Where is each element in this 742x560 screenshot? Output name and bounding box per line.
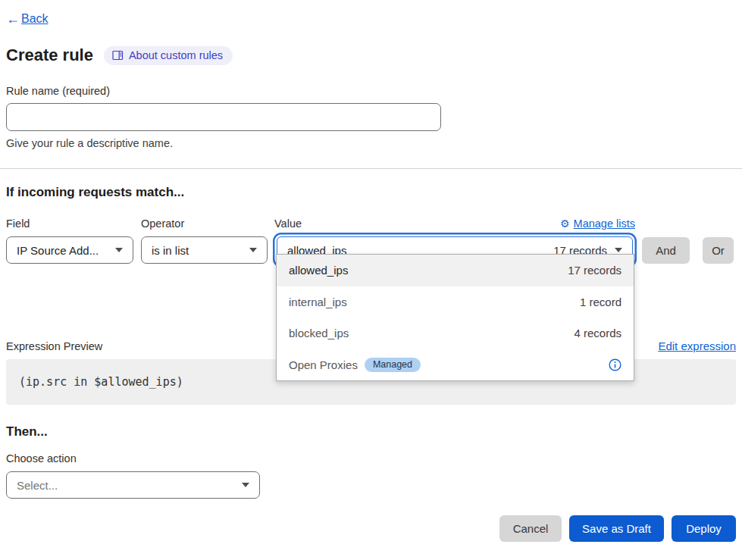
title-row: Create rule About custom rules <box>6 45 736 65</box>
list-option-name: internal_ips <box>289 296 347 308</box>
page-title: Create rule <box>6 45 93 65</box>
operator-select[interactable]: is in list <box>141 236 268 264</box>
then-section: Then... Choose action Select... <box>6 424 736 499</box>
back-label: Back <box>21 12 49 26</box>
list-dropdown-menu: allowed_ips 17 records internal_ips 1 re… <box>276 254 634 381</box>
list-option-records: 17 records <box>568 264 621 277</box>
choose-action-label: Choose action <box>6 452 736 465</box>
info-icon[interactable] <box>609 358 621 371</box>
edit-expression-link[interactable]: Edit expression <box>658 339 736 352</box>
expression-preview-label: Expression Preview <box>6 340 102 352</box>
rule-name-helper: Give your rule a descriptive name. <box>6 137 736 149</box>
operator-select-value: is in list <box>152 244 189 257</box>
value-label: Value <box>274 217 302 230</box>
match-row: Field IP Source Add... Operator is in li… <box>6 217 736 264</box>
value-column: Value ⚙ Manage lists allowed_ips 17 reco… <box>274 217 635 264</box>
or-button[interactable]: Or <box>703 237 734 264</box>
field-select-value: IP Source Add... <box>17 244 99 257</box>
deploy-button[interactable]: Deploy <box>672 515 736 542</box>
rule-name-section: Rule name (required) Give your rule a de… <box>6 85 736 149</box>
book-icon <box>112 50 124 61</box>
field-label: Field <box>6 217 133 230</box>
cancel-button[interactable]: Cancel <box>499 515 562 542</box>
action-select[interactable]: Select... <box>6 471 260 499</box>
back-arrow-icon: ← <box>6 12 20 26</box>
expression-code-text: (ip.src in $allowed_ips) <box>19 375 183 389</box>
list-option-records: 1 record <box>580 296 621 308</box>
then-heading: Then... <box>6 424 736 440</box>
section-divider <box>0 168 742 169</box>
gear-icon: ⚙ <box>560 218 570 229</box>
list-option-name: blocked_ips <box>289 327 349 339</box>
list-option-allowed-ips[interactable]: allowed_ips 17 records <box>277 255 634 286</box>
rule-name-label: Rule name (required) <box>6 85 736 97</box>
and-or-group: And Or <box>642 237 734 264</box>
value-label-row: Value ⚙ Manage lists <box>274 217 635 230</box>
list-option-records: 4 records <box>574 327 621 339</box>
create-rule-page: ←Back Create rule About custom rules Rul… <box>0 0 742 542</box>
list-option-internal-ips[interactable]: internal_ips 1 record <box>277 286 634 318</box>
save-as-draft-button[interactable]: Save as Draft <box>569 515 664 542</box>
about-custom-rules-label: About custom rules <box>129 49 223 61</box>
footer-actions: Cancel Save as Draft Deploy <box>6 515 736 542</box>
managed-badge: Managed <box>365 358 421 372</box>
action-select-placeholder: Select... <box>17 479 58 492</box>
field-column: Field IP Source Add... <box>6 217 133 264</box>
operator-label: Operator <box>141 217 268 230</box>
list-option-name: Open Proxies <box>289 358 358 371</box>
list-option-name: allowed_ips <box>289 264 348 277</box>
list-option-open-proxies[interactable]: Open Proxies Managed <box>277 349 634 381</box>
list-option-blocked-ips[interactable]: blocked_ips 4 records <box>277 318 634 349</box>
chevron-down-icon <box>249 248 257 252</box>
about-custom-rules-link[interactable]: About custom rules <box>104 46 233 65</box>
manage-lists-label: Manage lists <box>574 217 635 230</box>
manage-lists-link[interactable]: ⚙ Manage lists <box>560 217 635 230</box>
chevron-down-icon <box>115 248 123 252</box>
field-select[interactable]: IP Source Add... <box>6 236 133 264</box>
back-link[interactable]: ←Back <box>6 12 49 26</box>
match-section-heading: If incoming requests match... <box>6 185 736 200</box>
chevron-down-icon <box>242 483 249 487</box>
rule-name-input[interactable] <box>6 103 441 131</box>
list-option-left: Open Proxies Managed <box>289 358 421 372</box>
and-button[interactable]: And <box>642 237 690 264</box>
chevron-down-icon <box>615 248 622 252</box>
operator-column: Operator is in list <box>141 217 268 264</box>
